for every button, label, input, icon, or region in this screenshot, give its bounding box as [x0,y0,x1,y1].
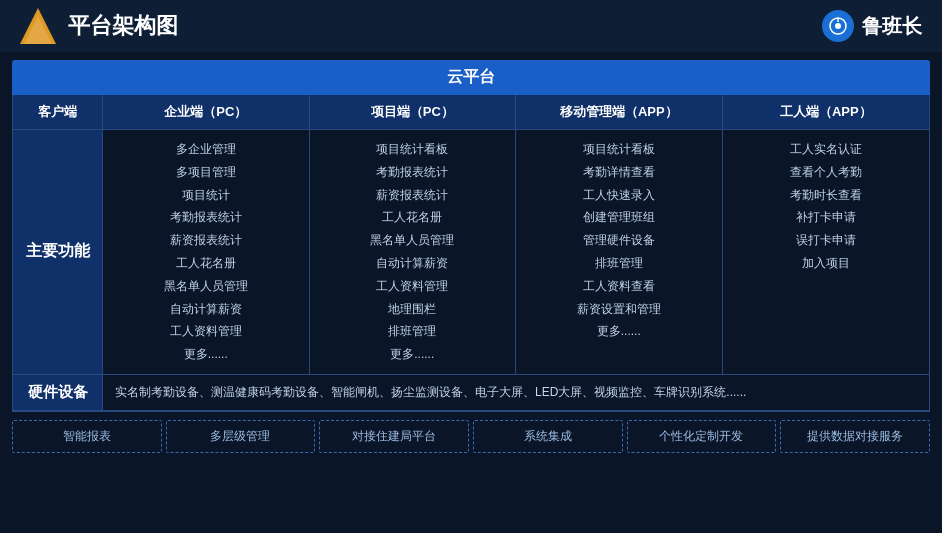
col-header-project: 项目端（PC） [310,95,517,129]
list-item: 工人快速录入 [526,184,712,207]
list-item: 查看个人考勤 [733,161,920,184]
list-item: 工人资料管理 [113,320,299,343]
worker-app-content: 工人实名认证 查看个人考勤 考勤时长查看 补打卡申请 误打卡申请 加入项目 [723,130,930,374]
list-item: 更多...... [320,343,506,366]
enterprise-pc-content: 多企业管理 多项目管理 项目统计 考勤报表统计 薪资报表统计 工人花名册 黑名单… [103,130,310,374]
list-item: 项目统计 [113,184,299,207]
bottom-item-2: 对接住建局平台 [319,420,469,453]
list-item: 误打卡申请 [733,229,920,252]
list-item: 自动计算薪资 [320,252,506,275]
col-header-worker: 工人端（APP） [723,95,930,129]
list-item: 更多...... [526,320,712,343]
list-item: 薪资报表统计 [113,229,299,252]
bottom-item-0: 智能报表 [12,420,162,453]
list-item: 工人资料查看 [526,275,712,298]
list-item: 多企业管理 [113,138,299,161]
list-item: 工人花名册 [113,252,299,275]
list-item: 加入项目 [733,252,920,275]
list-item: 薪资报表统计 [320,184,506,207]
hardware-row: 硬件设备 实名制考勤设备、测温健康码考勤设备、智能闸机、扬尘监测设备、电子大屏、… [13,375,929,411]
logo-icon [20,8,56,44]
hardware-label: 硬件设备 [13,375,103,410]
list-item: 项目统计看板 [320,138,506,161]
header: 平台架构图 鲁班长 [0,0,942,52]
list-item: 创建管理班组 [526,206,712,229]
header-right: 鲁班长 [822,10,922,42]
hardware-content: 实名制考勤设备、测温健康码考勤设备、智能闸机、扬尘监测设备、电子大屏、LED大屏… [103,375,929,410]
bottom-item-4: 个性化定制开发 [627,420,777,453]
list-item: 管理硬件设备 [526,229,712,252]
list-item: 多项目管理 [113,161,299,184]
col-header-client: 客户端 [13,95,103,129]
list-item: 工人资料管理 [320,275,506,298]
list-item: 考勤报表统计 [320,161,506,184]
cloud-platform-bar: 云平台 [12,60,930,95]
bottom-item-1: 多层级管理 [166,420,316,453]
list-item: 考勤报表统计 [113,206,299,229]
list-item: 工人实名认证 [733,138,920,161]
header-left: 平台架构图 [20,8,178,44]
list-item: 考勤详情查看 [526,161,712,184]
col-header-mobile: 移动管理端（APP） [516,95,723,129]
list-item: 薪资设置和管理 [526,298,712,321]
svg-point-3 [835,23,841,29]
list-item: 黑名单人员管理 [320,229,506,252]
col-header-enterprise: 企业端（PC） [103,95,310,129]
list-item: 考勤时长查看 [733,184,920,207]
mobile-app-content: 项目统计看板 考勤详情查看 工人快速录入 创建管理班组 管理硬件设备 排班管理 … [516,130,723,374]
list-item: 项目统计看板 [526,138,712,161]
main-function-label: 主要功能 [13,130,103,374]
main-function-row: 主要功能 多企业管理 多项目管理 项目统计 考勤报表统计 薪资报表统计 工人花名… [13,130,929,375]
list-item: 更多...... [113,343,299,366]
brand-logo-icon [822,10,854,42]
bottom-row: 智能报表 多层级管理 对接住建局平台 系统集成 个性化定制开发 提供数据对接服务 [12,420,930,453]
platform-table: 客户端 企业端（PC） 项目端（PC） 移动管理端（APP） 工人端（APP） … [12,95,930,412]
bottom-item-5: 提供数据对接服务 [780,420,930,453]
list-item: 工人花名册 [320,206,506,229]
bottom-item-3: 系统集成 [473,420,623,453]
list-item: 排班管理 [526,252,712,275]
project-pc-content: 项目统计看板 考勤报表统计 薪资报表统计 工人花名册 黑名单人员管理 自动计算薪… [310,130,517,374]
list-item: 排班管理 [320,320,506,343]
brand-name: 鲁班长 [862,13,922,40]
list-item: 黑名单人员管理 [113,275,299,298]
list-item: 自动计算薪资 [113,298,299,321]
list-item: 补打卡申请 [733,206,920,229]
main-content: 云平台 客户端 企业端（PC） 项目端（PC） 移动管理端（APP） 工人端（A… [0,52,942,461]
list-item: 地理围栏 [320,298,506,321]
table-header-row: 客户端 企业端（PC） 项目端（PC） 移动管理端（APP） 工人端（APP） [13,95,929,130]
page-title: 平台架构图 [68,11,178,41]
